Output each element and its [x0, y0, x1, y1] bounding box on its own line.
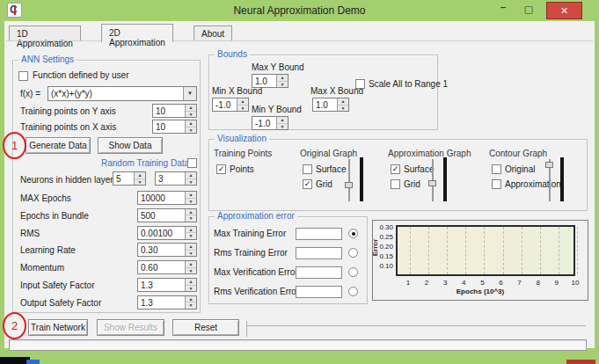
error-value-field[interactable]	[296, 286, 342, 298]
spin-up-icon[interactable]: ▲	[186, 172, 196, 179]
train-network-button[interactable]: Train Network	[28, 319, 88, 336]
taskbar-fragment	[0, 357, 30, 364]
param-spinner[interactable]: 10000▲▼	[137, 191, 197, 205]
fx-label: f(x) =	[20, 89, 40, 98]
spin-down-icon[interactable]: ▼	[186, 199, 196, 205]
train-y-spinner[interactable]: 10▲▼	[152, 104, 197, 118]
spin-down-icon[interactable]: ▼	[186, 286, 196, 292]
opacity-slider[interactable]	[348, 159, 350, 201]
slider-thumb-icon[interactable]	[345, 182, 353, 188]
tab-about[interactable]: About	[194, 25, 232, 41]
random-data-checkbox[interactable]	[187, 158, 197, 168]
param-spinner[interactable]: 0.00100▲▼	[137, 226, 197, 240]
spinner-buttons: ▲▼	[185, 192, 196, 204]
vis-checkbox-surface[interactable]: ✓	[391, 164, 400, 174]
fx-combobox[interactable]: (x*x)+(y*y) ▼	[47, 86, 197, 101]
spinner-value: 0.00100	[138, 227, 185, 239]
param-spinner[interactable]: 0.30▲▼	[137, 243, 197, 257]
spin-up-icon[interactable]: ▲	[338, 98, 348, 106]
spin-up-icon[interactable]: ▲	[186, 120, 196, 127]
spinner-value: -1.0	[213, 98, 237, 111]
max-x-spinner[interactable]: 1.0▲▼	[312, 98, 349, 112]
error-radio[interactable]	[348, 287, 358, 296]
close-button[interactable]: ✕	[546, 2, 582, 19]
spin-down-icon[interactable]: ▼	[186, 112, 196, 118]
param-spinner[interactable]: 1.3▲▼	[137, 278, 197, 292]
spin-up-icon[interactable]: ▲	[237, 98, 248, 106]
neurons-spinner-2[interactable]: 3▲▼	[155, 171, 197, 186]
chart-gridline	[465, 227, 466, 274]
neurons-spinner-1[interactable]: 5▲▼	[113, 171, 146, 186]
spin-down-icon[interactable]: ▼	[186, 215, 196, 222]
spin-up-icon[interactable]: ▲	[186, 227, 196, 234]
spin-down-icon[interactable]: ▼	[237, 106, 248, 112]
param-spinner[interactable]: 0.60▲▼	[137, 260, 197, 274]
spin-up-icon[interactable]: ▲	[186, 105, 196, 112]
param-spinner[interactable]: 500▲▼	[137, 208, 197, 222]
vis-checkbox-points[interactable]: ✓	[216, 164, 226, 174]
spin-up-icon[interactable]: ▲	[186, 279, 196, 286]
spin-up-icon[interactable]: ▲	[186, 261, 196, 268]
show-data-button[interactable]: Show Data	[98, 137, 163, 154]
spin-up-icon[interactable]: ▲	[277, 117, 288, 124]
error-radio[interactable]	[348, 267, 358, 277]
spin-up-icon[interactable]: ▲	[186, 244, 196, 251]
opacity-slider[interactable]	[549, 159, 551, 201]
chart-x-tick: 5	[476, 279, 488, 287]
error-row-label: Max Verification Error	[214, 267, 298, 277]
min-y-spinner[interactable]: -1.0▲▼	[252, 116, 289, 130]
spin-up-icon[interactable]: ▲	[186, 192, 196, 199]
client-area: 1D Approximation2D ApproximationAbout AN…	[4, 21, 595, 348]
spin-up-icon[interactable]: ▲	[186, 296, 196, 303]
maximize-button[interactable]: ▢	[521, 4, 537, 15]
tab-2d-approximation[interactable]: 2D Approximation	[101, 24, 173, 42]
spin-down-icon[interactable]: ▼	[186, 251, 196, 257]
spinner-buttons: ▲▼	[185, 296, 196, 309]
annotation-step-2: 2	[3, 312, 26, 339]
vis-checkbox-surface[interactable]	[303, 164, 312, 174]
opacity-slider[interactable]	[432, 159, 434, 201]
error-value-field[interactable]	[296, 247, 342, 259]
chevron-down-icon[interactable]: ▼	[183, 87, 196, 100]
min-x-spinner[interactable]: -1.0▲▼	[212, 98, 249, 112]
vis-checkbox-approximation[interactable]	[492, 179, 501, 189]
spinner-value: 3	[156, 172, 185, 185]
minimize-button[interactable]: –	[495, 2, 511, 12]
param-spinner[interactable]: 1.3▲▼	[137, 295, 197, 309]
scale-range-checkbox[interactable]	[355, 79, 365, 89]
reset-button[interactable]: Reset	[172, 319, 239, 336]
function-user-checkbox[interactable]	[18, 71, 28, 81]
spin-up-icon[interactable]: ▲	[277, 75, 288, 82]
vis-check-label: Approximation	[505, 179, 561, 189]
chart-x-tick: 7	[514, 279, 526, 287]
generate-data-button[interactable]: Generate Data	[26, 137, 91, 154]
spin-down-icon[interactable]: ▼	[186, 233, 196, 239]
desktop-fragment	[566, 360, 595, 364]
error-radio[interactable]	[348, 248, 358, 258]
slider-thumb-icon[interactable]	[545, 162, 553, 168]
spin-down-icon[interactable]: ▼	[186, 127, 196, 134]
spin-up-icon[interactable]: ▲	[186, 209, 196, 216]
slider-thumb-icon[interactable]	[428, 180, 436, 186]
error-value-field[interactable]	[296, 266, 342, 279]
spin-up-icon[interactable]: ▲	[135, 172, 145, 179]
spin-down-icon[interactable]: ▼	[135, 179, 145, 186]
tab-1d-approximation[interactable]: 1D Approximation	[9, 25, 81, 41]
chart-y-tick: 0.30	[374, 223, 393, 231]
vis-checkbox-grid[interactable]	[391, 179, 400, 189]
spinner-buttons: ▲▼	[237, 98, 248, 111]
spin-down-icon[interactable]: ▼	[338, 106, 348, 112]
taskbar-icon-fragment	[26, 360, 40, 364]
spin-down-icon[interactable]: ▼	[186, 268, 196, 274]
error-radio[interactable]	[348, 229, 358, 238]
bounds-title: Bounds	[215, 49, 250, 59]
spin-down-icon[interactable]: ▼	[277, 124, 288, 130]
title-bar[interactable]: C Neural Approximation Demo – ▢ ✕	[0, 0, 599, 21]
train-x-spinner[interactable]: 10▲▼	[152, 120, 197, 134]
vis-checkbox-original[interactable]	[492, 164, 501, 174]
spin-down-icon[interactable]: ▼	[186, 302, 196, 309]
spin-down-icon[interactable]: ▼	[277, 82, 288, 88]
vis-checkbox-grid[interactable]: ✓	[303, 179, 312, 189]
spin-down-icon[interactable]: ▼	[186, 179, 196, 186]
error-value-field[interactable]	[296, 228, 342, 240]
